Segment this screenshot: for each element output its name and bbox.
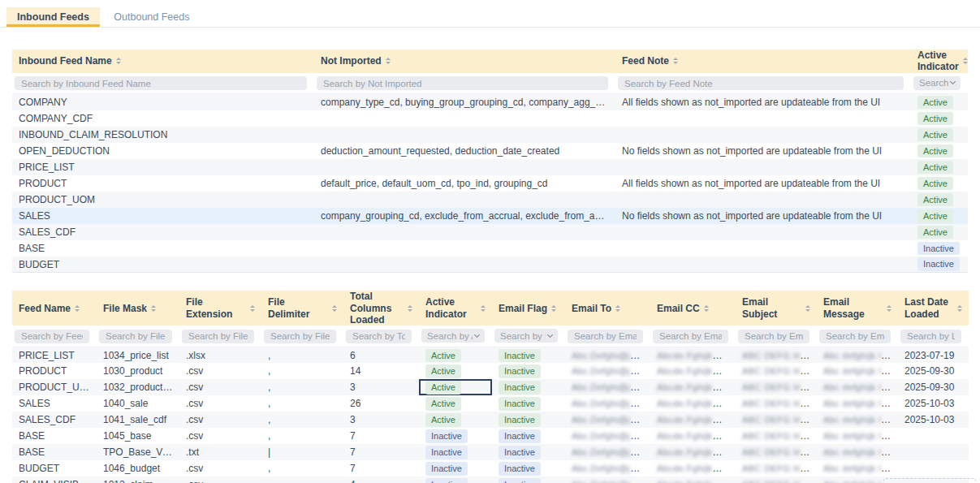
cell-email_message[interactable]: Abc defghijk lmnop bbox=[817, 460, 898, 477]
cell-file_extension[interactable]: .csv bbox=[179, 460, 261, 477]
cell-feed_note[interactable]: All fields shown as not_imported are upd… bbox=[615, 175, 911, 192]
cell-not_imported[interactable]: company_grouping_cd, exclude_from_accrua… bbox=[314, 208, 615, 224]
cell-email_subject[interactable]: ABC DEFG Hijklm No bbox=[736, 412, 817, 428]
cell-feed_name[interactable]: BUDGET bbox=[12, 257, 314, 273]
cell-email_flag[interactable]: Inactive bbox=[492, 428, 565, 444]
cell-email_message[interactable]: Abc defghijk lmnop bbox=[817, 444, 898, 460]
column-header-active_indicator[interactable]: Active Indicator bbox=[419, 291, 492, 326]
cell-email_subject[interactable]: ABC DEFG Hijklm No bbox=[736, 477, 817, 483]
cell-total_columns[interactable]: 3 bbox=[343, 412, 419, 428]
table-row[interactable]: PRICE_LISTActive bbox=[12, 159, 968, 175]
cell-file_delimiter[interactable]: | bbox=[261, 444, 343, 460]
table-row[interactable]: BUDGET1046_budget.csv,7InactiveInactiveA… bbox=[12, 460, 969, 477]
cell-not_imported[interactable]: company_type_cd, buying_group_grouping_c… bbox=[314, 94, 615, 110]
cell-file_delimiter[interactable]: , bbox=[261, 412, 343, 428]
table-row[interactable]: BASEInactive bbox=[12, 240, 968, 257]
table-row[interactable]: PRODUCTdefault_price, default_uom_cd, tp… bbox=[12, 175, 968, 192]
cell-file_delimiter[interactable]: , bbox=[261, 347, 343, 363]
table-row[interactable]: PRODUCT_UOMActive bbox=[12, 192, 968, 208]
cell-file_delimiter[interactable]: , bbox=[261, 428, 343, 444]
column-header-email_message[interactable]: Email Message bbox=[817, 291, 898, 326]
cell-active_indicator[interactable]: Active bbox=[419, 347, 492, 363]
cell-total_columns[interactable]: 7 bbox=[343, 428, 419, 444]
cell-total_columns[interactable]: 7 bbox=[343, 444, 419, 460]
cell-email_cc[interactable]: Abcde.Fghijk@lmno.pqr bbox=[650, 379, 736, 395]
table-row[interactable]: BASETPO_Base_Volume.txt|7InactiveInactiv… bbox=[12, 444, 969, 460]
cell-feed_note[interactable]: No fields shown as not_imported are upda… bbox=[615, 143, 911, 159]
cell-feed_name[interactable]: PRODUCT_UOM bbox=[12, 192, 314, 208]
cell-email_flag[interactable]: Inactive bbox=[492, 412, 565, 428]
column-header-email_to[interactable]: Email To bbox=[565, 291, 650, 326]
cell-total_columns[interactable]: 7 bbox=[343, 460, 419, 477]
cell-email_to[interactable]: Abc.Defghi@jklmno.pqr bbox=[565, 460, 650, 477]
cell-email_cc[interactable]: Abcde.Fghijk@lmno.pqr bbox=[650, 412, 736, 428]
cell-email_subject[interactable]: ABC DEFG Hijklm No bbox=[736, 428, 817, 444]
cell-feed_name[interactable]: PRODUCT bbox=[12, 175, 314, 192]
cell-email_cc[interactable]: Abcde.Fghijk@lmno.pqr bbox=[650, 460, 736, 477]
cell-active_indicator[interactable]: Inactive bbox=[419, 428, 492, 444]
cell-active_indicator[interactable]: Active bbox=[911, 127, 968, 143]
cell-file_mask[interactable]: 1046_budget bbox=[97, 460, 179, 477]
cell-feed_name[interactable]: SALES_CDF bbox=[12, 224, 314, 240]
cell-email_subject[interactable]: ABC DEFG Hijklm No bbox=[736, 347, 817, 363]
cell-feed_note[interactable] bbox=[615, 240, 911, 257]
cell-file_mask[interactable]: 1045_base bbox=[97, 428, 179, 444]
cell-file_delimiter[interactable]: , bbox=[261, 395, 343, 412]
cell-file_mask[interactable]: 1034_price_list bbox=[97, 347, 179, 363]
cell-feed_name[interactable]: SALES_CDF bbox=[12, 412, 97, 428]
cell-file_extension[interactable]: .txt bbox=[179, 444, 261, 460]
cell-file_mask[interactable]: 1030_product bbox=[97, 363, 179, 379]
cell-file_mask[interactable]: TPO_Base_Volume bbox=[97, 444, 179, 460]
column-header-total_columns[interactable]: Total Columns Loaded bbox=[343, 291, 419, 326]
cell-feed_note[interactable] bbox=[615, 257, 911, 273]
cell-not_imported[interactable] bbox=[314, 192, 615, 208]
cell-active_indicator[interactable]: Active bbox=[419, 395, 492, 412]
table-row[interactable]: COMPANY_CDFActive bbox=[12, 110, 968, 127]
cell-email_message[interactable]: Abc defghijk lmnop bbox=[817, 347, 898, 363]
cell-feed_name[interactable]: COMPANY_CDF bbox=[12, 110, 314, 127]
cell-file_extension[interactable]: .csv bbox=[179, 477, 261, 483]
cell-file_delimiter[interactable]: , bbox=[261, 460, 343, 477]
cell-active_indicator[interactable]: Active bbox=[911, 175, 968, 192]
cell-feed_note[interactable]: No fields shown as not_imported are upda… bbox=[615, 208, 911, 224]
cell-not_imported[interactable] bbox=[314, 224, 615, 240]
cell-email_message[interactable]: Abc defghijk lmnop bbox=[817, 428, 898, 444]
cell-feed_note[interactable] bbox=[615, 224, 911, 240]
cell-email_to[interactable]: Abc.Defghi@jklmno.pqr bbox=[565, 412, 650, 428]
cell-file_mask[interactable]: 1041_sale_cdf bbox=[97, 412, 179, 428]
cell-feed_name[interactable]: SALES bbox=[12, 208, 314, 224]
table-row[interactable]: INBOUND_CLAIM_RESOLUTIONActive bbox=[12, 127, 968, 143]
cell-feed_note[interactable]: All fields shown as not_imported are upd… bbox=[615, 94, 911, 110]
search-input-email_subject[interactable] bbox=[738, 330, 809, 343]
search-input-feed_name[interactable] bbox=[15, 330, 89, 343]
search-input-feed_note[interactable] bbox=[618, 76, 904, 90]
table-row[interactable]: PRICE_LIST1034_price_list.xlsx,6ActiveIn… bbox=[12, 347, 969, 363]
cell-feed_note[interactable] bbox=[615, 110, 911, 127]
cell-file_mask[interactable]: 1040_sale bbox=[97, 395, 179, 412]
cell-file_extension[interactable]: .csv bbox=[179, 412, 261, 428]
cell-feed_name[interactable]: PRODUCT bbox=[12, 363, 97, 379]
search-select-active_indicator[interactable]: Search by Active bbox=[421, 329, 485, 343]
cell-feed_name[interactable]: PRODUCT_UOM bbox=[12, 379, 97, 395]
table-row[interactable]: BUDGETInactive bbox=[12, 257, 968, 273]
search-input-email_message[interactable] bbox=[819, 330, 891, 343]
column-header-email_cc[interactable]: Email CC bbox=[650, 291, 736, 326]
cell-email_subject[interactable]: ABC DEFG Hijklm No bbox=[736, 460, 817, 477]
column-header-file_delimiter[interactable]: File Delimiter bbox=[261, 291, 343, 326]
cell-active_indicator[interactable]: Active bbox=[419, 363, 492, 379]
table-row[interactable]: SALES1040_sale.csv,26ActiveInactiveAbc.D… bbox=[12, 395, 969, 412]
cell-email_flag[interactable]: Inactive bbox=[492, 395, 565, 412]
cell-email_flag[interactable]: Inactive bbox=[492, 379, 565, 395]
cell-file_mask[interactable]: 1012_claim_visibilit... bbox=[97, 477, 179, 483]
cell-email_to[interactable]: Abc.Defghi@jklmno.pqr bbox=[565, 347, 650, 363]
cell-file_extension[interactable]: .csv bbox=[179, 395, 261, 412]
cell-not_imported[interactable] bbox=[314, 159, 615, 175]
cell-email_flag[interactable]: Inactive bbox=[492, 444, 565, 460]
search-input-file_extension[interactable] bbox=[182, 330, 254, 343]
cell-file_extension[interactable]: .csv bbox=[179, 379, 261, 395]
table-row[interactable]: SALES_CDF1041_sale_cdf.csv,3ActiveInacti… bbox=[12, 412, 969, 428]
cell-file_mask[interactable]: 1032_product_uom bbox=[97, 379, 179, 395]
search-select-email_flag[interactable]: Search by Email bbox=[494, 329, 558, 343]
cell-email_subject[interactable]: ABC DEFG Hijklm No bbox=[736, 395, 817, 412]
cell-file_extension[interactable]: .xlsx bbox=[179, 347, 261, 363]
